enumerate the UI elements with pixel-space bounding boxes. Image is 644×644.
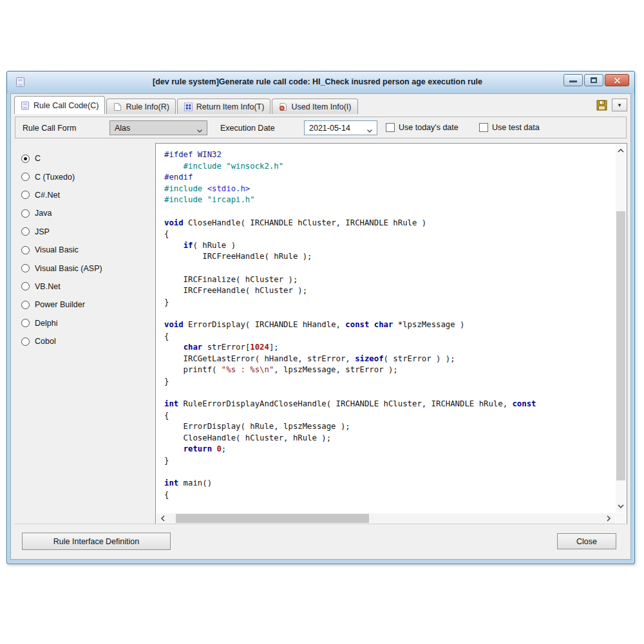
chevron-down-icon xyxy=(366,126,373,135)
execution-date-select[interactable]: 2021-05-14 xyxy=(304,120,377,135)
scroll-down-icon[interactable] xyxy=(616,501,626,511)
window-controls xyxy=(564,74,629,86)
radio-button[interactable] xyxy=(21,191,30,199)
language-option-label: Java xyxy=(35,209,52,218)
language-option-c-net[interactable]: C#.Net xyxy=(21,186,155,204)
language-list: CC (Tuxedo)C#.NetJavaJSPVisual BasicVisu… xyxy=(14,143,155,525)
code-line: { xyxy=(164,229,615,240)
blue-grid-icon xyxy=(184,102,193,111)
scroll-right-icon[interactable] xyxy=(603,513,614,524)
tab-label: Rule Info(R) xyxy=(126,102,169,111)
language-option-delphi[interactable]: Delphi xyxy=(21,314,155,332)
language-option-c[interactable]: C xyxy=(21,149,155,167)
titlebar[interactable]: [dev rule system]Generate rule call code… xyxy=(7,71,634,93)
rule-call-form-select[interactable]: Alas xyxy=(109,120,207,135)
language-option-label: Visual Basic xyxy=(35,245,79,254)
code-line: IRCGetLastError( hHandle, strError, size… xyxy=(164,354,615,365)
code-line: } xyxy=(164,376,615,388)
horizontal-scrollbar[interactable] xyxy=(156,513,615,524)
radio-button[interactable] xyxy=(21,173,30,181)
window-title: [dev rule system]Generate rule call code… xyxy=(84,77,551,86)
language-option-label: C#.Net xyxy=(35,191,60,200)
dialog-window: [dev rule system]Generate rule call code… xyxy=(6,71,635,564)
radio-button[interactable] xyxy=(21,301,30,309)
tab-label: Rule Call Code(C) xyxy=(33,101,99,110)
radio-button[interactable] xyxy=(21,209,30,218)
radio-button[interactable] xyxy=(21,246,30,254)
language-option-power-builder[interactable]: Power Builder xyxy=(21,296,155,314)
client-area: Rule Call Code(C)Rule Info(R)Return Item… xyxy=(10,93,631,560)
code-line: IRCFinalize( hCluster ); xyxy=(164,274,615,286)
language-option-vb-net[interactable]: VB.Net xyxy=(21,278,155,296)
tab-rule-info-r[interactable]: Rule Info(R) xyxy=(106,99,175,114)
vertical-scrollbar-thumb[interactable] xyxy=(616,211,625,480)
code-panel: #ifdef WIN32 #include "winsock2.h"#endif… xyxy=(155,143,627,525)
code-line xyxy=(164,387,615,399)
use-test-data-checkbox[interactable] xyxy=(479,123,488,132)
language-option-java[interactable]: Java xyxy=(21,204,155,222)
language-option-jsp[interactable]: JSP xyxy=(21,223,155,241)
horizontal-scrollbar-thumb[interactable] xyxy=(176,514,369,523)
code-line: CloseHandle( hCluster, hRule ); xyxy=(164,433,615,444)
rule-interface-definition-button[interactable]: Rule Interface Definition xyxy=(22,533,171,550)
language-option-label: JSP xyxy=(35,227,50,236)
code-document-icon xyxy=(21,101,30,110)
radio-button[interactable] xyxy=(21,319,30,327)
code-line xyxy=(164,206,615,218)
code-line: #include "ircapi.h" xyxy=(164,194,615,206)
use-todays-date-label: Use today's date xyxy=(399,123,459,132)
radio-button[interactable] xyxy=(21,282,30,290)
code-line: #include "winsock2.h" xyxy=(164,161,615,173)
chevron-down-icon xyxy=(196,126,203,135)
document-icon xyxy=(113,102,122,111)
code-line xyxy=(164,308,615,319)
close-dialog-button[interactable]: Close xyxy=(557,533,616,549)
radio-button[interactable] xyxy=(21,227,30,236)
tab-rule-call-code-c[interactable]: Rule Call Code(C) xyxy=(14,96,105,114)
language-option-cobol[interactable]: Cobol xyxy=(21,332,155,350)
radio-button[interactable] xyxy=(21,337,30,346)
save-button[interactable] xyxy=(596,100,608,111)
code-line: { xyxy=(164,410,615,422)
maximize-icon xyxy=(591,77,597,83)
language-option-label: C (Tuxedo) xyxy=(35,173,75,182)
use-todays-date-checkbox-group: Use today's date xyxy=(386,123,459,132)
code-line: #include <stdio.h> xyxy=(164,184,615,195)
scroll-left-icon[interactable] xyxy=(158,513,168,524)
scroll-up-icon[interactable] xyxy=(616,146,626,156)
footer: Rule Interface Definition Close xyxy=(14,524,627,556)
toolbar: Rule Call Form Alas Execution Date 2021-… xyxy=(15,117,627,138)
maximize-button[interactable] xyxy=(584,74,603,86)
rule-call-form-label: Rule Call Form xyxy=(23,124,76,133)
close-button[interactable] xyxy=(605,74,629,86)
language-option-label: VB.Net xyxy=(35,282,61,291)
code-line: { xyxy=(164,331,615,343)
tab-bar: Rule Call Code(C)Rule Info(R)Return Item… xyxy=(14,96,627,114)
language-option-visual-basic[interactable]: Visual Basic xyxy=(21,241,155,259)
use-todays-date-checkbox[interactable] xyxy=(386,123,395,132)
tab-label: Return Item Info(T) xyxy=(196,102,265,111)
radio-button[interactable] xyxy=(21,264,30,272)
dropdown-arrow-icon: ▼ xyxy=(617,102,622,108)
execution-date-value: 2021-05-14 xyxy=(309,124,350,133)
language-option-visual-basic-asp[interactable]: Visual Basic (ASP) xyxy=(21,259,155,277)
tab-used-item-info-i[interactable]: Used Item Info(I) xyxy=(272,99,357,114)
close-icon xyxy=(614,77,621,84)
code-line: } xyxy=(164,455,615,467)
code-line: #ifdef WIN32 xyxy=(164,149,615,161)
radio-button[interactable] xyxy=(21,155,30,163)
rule-call-form-value: Alas xyxy=(115,124,130,133)
code-line xyxy=(164,263,615,274)
window-app-icon xyxy=(15,77,26,88)
vertical-scrollbar[interactable] xyxy=(616,144,626,513)
code-line: ErrorDisplay( hRule, lpszMessage ); xyxy=(164,421,615,433)
code-line: void ErrorDisplay( IRCHANDLE hHandle, co… xyxy=(164,319,615,331)
minimize-button[interactable] xyxy=(564,74,583,86)
use-test-data-checkbox-group: Use test data xyxy=(479,123,540,132)
code-content[interactable]: #ifdef WIN32 #include "winsock2.h"#endif… xyxy=(156,144,615,513)
tab-label: Used Item Info(I) xyxy=(291,102,351,111)
tab-return-item-info-t[interactable]: Return Item Info(T) xyxy=(177,99,271,114)
save-dropdown-button[interactable]: ▼ xyxy=(612,99,627,111)
language-option-c-tuxedo[interactable]: C (Tuxedo) xyxy=(21,167,155,185)
language-option-label: Cobol xyxy=(35,337,56,346)
